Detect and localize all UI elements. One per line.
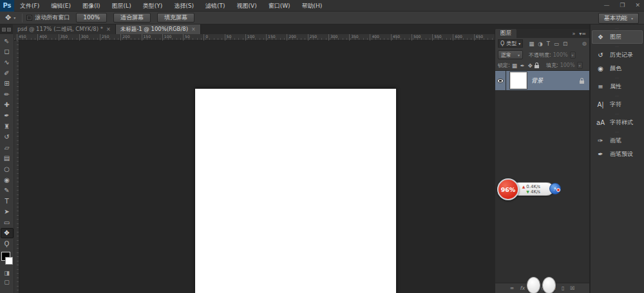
visibility-cell[interactable]: [495, 71, 506, 90]
thunder-icon[interactable]: ⚡: [549, 183, 561, 194]
canvas-document[interactable]: [195, 88, 396, 293]
background-color-swatch[interactable]: [5, 257, 13, 265]
scroll-all-windows-checkbox[interactable]: [26, 15, 32, 21]
filter-smart-objects-icon[interactable]: ⊡: [563, 41, 567, 47]
pasteboard[interactable]: [19, 41, 495, 293]
floating-oval-widget[interactable]: [527, 277, 556, 293]
dodge-tool-icon[interactable]: ◉: [1, 175, 14, 185]
brush-tool-icon[interactable]: ✒: [1, 110, 14, 121]
layer-row-background[interactable]: 背景: [495, 71, 589, 90]
eraser-tool-icon[interactable]: ▱: [1, 142, 14, 153]
tab-close-icon[interactable]: ×: [191, 26, 196, 32]
menu-item-图层(L)[interactable]: 图层(L): [106, 0, 137, 12]
opacity-value[interactable]: 100%: [553, 52, 568, 58]
pen-tool-icon[interactable]: ✎: [1, 185, 14, 196]
quick-selection-tool-icon[interactable]: ✐: [1, 68, 14, 79]
panel-menu-icon[interactable]: ▾≡: [579, 31, 586, 37]
dock-item-brush-presets[interactable]: ✒画笔预设: [592, 147, 643, 161]
dock-drag-handle[interactable]: ⋯: [591, 111, 644, 116]
layer-style-icon[interactable]: fx: [520, 285, 525, 291]
dock-drag-handle[interactable]: ⋯: [591, 93, 644, 98]
tab-close-icon[interactable]: ×: [106, 26, 111, 32]
ruler-tick-label: 450: [391, 34, 400, 41]
lock-image-pixels-icon[interactable]: ✒: [520, 62, 525, 69]
horizontal-ruler[interactable]: 4504003503002502001501005005010015020025…: [14, 34, 495, 41]
dock-item-brush[interactable]: ✑画笔: [592, 134, 643, 147]
dock-item-label: 历史记录: [610, 51, 633, 59]
oval-button[interactable]: [527, 277, 540, 293]
lasso-tool-icon[interactable]: ∿: [1, 57, 14, 68]
tool-preset-dropdown-icon[interactable]: ▾: [14, 15, 15, 20]
document-tab[interactable]: psd @ 117% (二维码, CMYK/8) *×: [13, 24, 116, 34]
options-button-100%[interactable]: 100%: [76, 13, 107, 23]
options-button-适合屏幕[interactable]: 适合屏幕: [113, 13, 151, 23]
history-brush-tool-icon[interactable]: ↺: [1, 131, 14, 142]
layers-panel-tab[interactable]: 图层: [495, 29, 516, 38]
dock-item-character[interactable]: A|字符: [592, 98, 643, 111]
rectangle-tool-icon[interactable]: ▭: [1, 217, 14, 228]
menu-item-帮助(H)[interactable]: 帮助(H): [296, 0, 328, 12]
layer-filter-toggle-icon[interactable]: ◍: [582, 41, 587, 46]
healing-brush-tool-icon[interactable]: ✚: [1, 100, 14, 111]
fill-dropdown-icon[interactable]: ▾: [577, 62, 583, 69]
lock-position-icon[interactable]: ✥: [528, 62, 533, 69]
menu-item-文件(F)[interactable]: 文件(F): [14, 0, 45, 12]
workspace-switcher-button[interactable]: 基本功能 ▾: [598, 13, 639, 24]
minimize-button[interactable]: —: [603, 0, 609, 10]
options-button-填充屏幕[interactable]: 填充屏幕: [157, 13, 194, 23]
filter-shape-layers-icon[interactable]: ▭: [554, 41, 559, 47]
lock-all-icon[interactable]: [535, 65, 539, 68]
filter-adjustment-layers-icon[interactable]: ◑: [538, 41, 542, 47]
dock-item-color[interactable]: ◉颜色: [592, 62, 643, 75]
new-layer-icon[interactable]: ▯: [562, 285, 564, 291]
menu-item-滤镜(T)[interactable]: 滤镜(T): [200, 0, 231, 12]
delete-layer-icon[interactable]: ☒: [570, 285, 574, 291]
type-tool-icon[interactable]: T: [1, 196, 14, 207]
dock-item-layers[interactable]: ❖图层: [592, 30, 643, 44]
filter-type-layers-icon[interactable]: T: [547, 41, 550, 47]
progress-ball[interactable]: 96%: [497, 178, 519, 200]
blur-tool-icon[interactable]: ○: [1, 164, 14, 175]
dock-item-history[interactable]: ↺历史记录: [592, 48, 643, 62]
screen-mode-button[interactable]: ▢: [1, 278, 14, 287]
document-tab[interactable]: 未标题-1 @ 100%(RGB/8)×: [116, 24, 201, 34]
lock-transparent-pixels-icon[interactable]: ▦: [512, 62, 517, 69]
menu-item-编辑(E)[interactable]: 编辑(E): [45, 0, 77, 12]
move-tool-icon[interactable]: ⇖: [1, 35, 14, 46]
restore-button[interactable]: ❐: [620, 0, 625, 10]
layer-thumbnail[interactable]: [510, 72, 527, 89]
oval-button[interactable]: [542, 277, 556, 293]
vertical-ruler[interactable]: [14, 41, 19, 293]
hand-tool-icon[interactable]: ✥: [1, 228, 14, 239]
menu-item-选择(S)[interactable]: 选择(S): [168, 0, 200, 12]
link-layers-icon[interactable]: ∞: [509, 285, 514, 291]
crop-tool-icon[interactable]: ⊞: [1, 78, 14, 89]
menu-item-窗口(W)[interactable]: 窗口(W): [263, 0, 296, 12]
menu-item-类型(Y)[interactable]: 类型(Y): [137, 0, 169, 12]
blend-mode-select[interactable]: 正常 ▾: [498, 50, 523, 59]
dock-item-character-styles[interactable]: aA字符样式: [592, 116, 643, 129]
dock-drag-handle[interactable]: ⋯: [591, 75, 644, 80]
layer-filter-dropdown[interactable]: Ϙ 类型 ▾: [498, 39, 523, 48]
clone-stamp-tool-icon[interactable]: ♜: [1, 121, 14, 132]
zoom-tool-icon[interactable]: Ϙ: [1, 238, 14, 249]
collapse-panel-icon[interactable]: »: [572, 31, 575, 37]
eyedropper-tool-icon[interactable]: ✏: [1, 89, 14, 100]
gradient-tool-icon[interactable]: ▤: [1, 153, 14, 164]
opacity-dropdown-icon[interactable]: ▾: [570, 52, 576, 59]
filter-pixel-layers-icon[interactable]: ▦: [529, 41, 534, 47]
document-tab-label: 未标题-1 @ 100%(RGB/8): [120, 26, 188, 33]
path-selection-tool-icon[interactable]: ➤: [1, 207, 14, 218]
menu-item-图像(I)[interactable]: 图像(I): [77, 0, 106, 12]
marquee-tool-icon[interactable]: ◻: [1, 46, 14, 57]
dock-drag-handle[interactable]: ⋯: [591, 44, 644, 48]
menu-item-视图(V)[interactable]: 视图(V): [231, 0, 262, 12]
close-button[interactable]: ✕: [635, 0, 640, 10]
dock-item-label: 字符样式: [610, 118, 633, 127]
download-speed-widget[interactable]: ▲ 0.4K/s ▼ 4K/s 96% ⚡: [497, 176, 562, 202]
dock-item-properties[interactable]: ≡属性: [592, 80, 643, 93]
dock-drag-handle[interactable]: ⋯: [591, 26, 644, 30]
fill-value[interactable]: 100%: [560, 62, 575, 68]
dock-drag-handle[interactable]: ⋯: [591, 129, 644, 134]
quick-mask-button[interactable]: ◨: [1, 269, 14, 278]
